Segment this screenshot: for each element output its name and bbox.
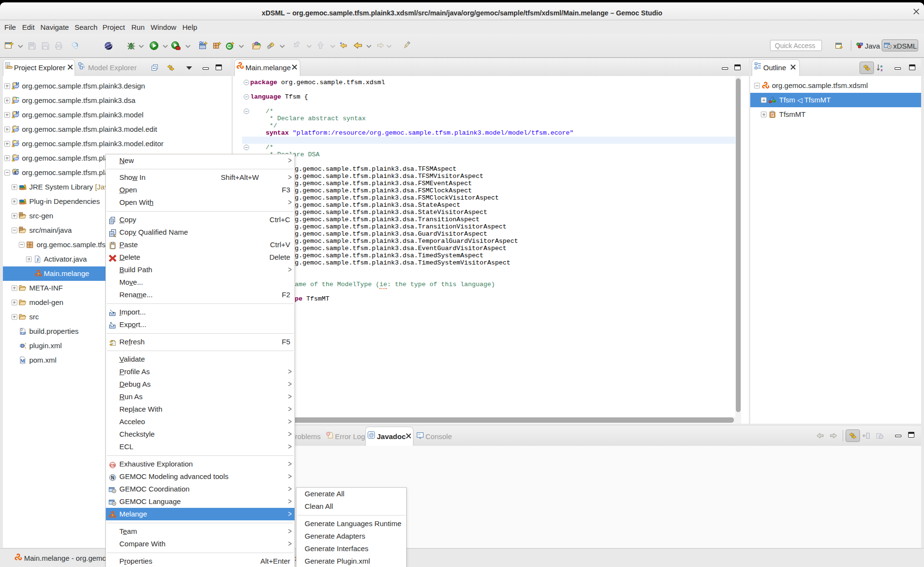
svg-text:Gr: Gr xyxy=(199,41,204,45)
svg-text:J: J xyxy=(17,140,19,144)
svg-text:N: N xyxy=(111,475,114,480)
svg-text:J: J xyxy=(17,154,19,159)
svg-text:M: M xyxy=(15,82,19,86)
svg-text:J: J xyxy=(861,42,863,47)
svg-text:z: z xyxy=(881,67,883,72)
svg-text:CS: CS xyxy=(110,463,116,467)
svg-text:M: M xyxy=(15,111,19,115)
svg-text:J: J xyxy=(17,126,19,130)
